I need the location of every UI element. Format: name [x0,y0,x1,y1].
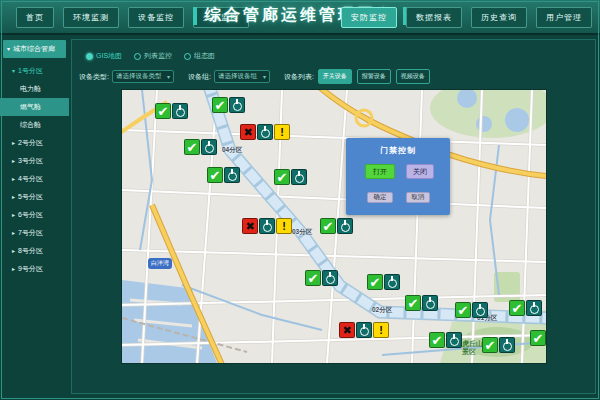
device-marker-alarm[interactable]: ✖! [242,218,292,234]
filter-row: 设备类型: 请选择设备类型 ▾ 设备组: 请选择设备组 ▾ 设备列表: 开关设备… [79,69,430,84]
confirm-button[interactable]: 确定 [367,192,393,203]
device-marker-ok[interactable]: ✔ [367,274,400,290]
device-list-label: 设备列表: [284,72,314,82]
device-marker-alarm[interactable]: ✖! [339,322,389,338]
sidebar-zone-2[interactable]: ▸2号分区 [0,134,69,152]
power-icon [446,332,462,348]
gis-map[interactable]: 门禁控制 打开 关闭 确定 取消 04分区03分区02分区01分区白洋湾虎丘山风… [121,89,547,364]
sidebar-zone-6-label: 6号分区 [18,211,43,218]
road-badge-label: 白洋湾 [148,258,172,269]
zone-label: 02分区 [372,306,392,315]
sidebar-zone-3[interactable]: ▸3号分区 [0,152,69,170]
status-ok-icon-glyph: ✔ [533,332,544,345]
device-marker-ok[interactable]: ✔ [405,295,438,311]
door-open-button[interactable]: 打开 [365,164,395,179]
sidebar-zone-4-label: 4号分区 [18,175,43,182]
sidebar-zone-8-label: 8号分区 [18,247,43,254]
warning-icon-glyph: ! [280,127,284,138]
nav-user-manage[interactable]: 用户管理 [536,7,592,28]
view-gis-map[interactable]: GIS地图 [86,51,122,61]
device-marker-alarm[interactable]: ✖! [240,124,290,140]
chevron-right-icon: ▸ [12,158,15,164]
status-ok-icon: ✔ [405,295,421,311]
chevron-right-icon: ▸ [12,248,15,254]
access-control-popup: 门禁控制 打开 关闭 确定 取消 [346,138,450,215]
nav-data-report[interactable]: 数据报表 [406,7,462,28]
sidebar-zone-7[interactable]: ▸7号分区 [0,224,69,242]
nav-device-monitor[interactable]: 设备监控 [128,7,184,28]
device-marker-ok[interactable]: ✔ [509,300,542,316]
chevron-right-icon: ▸ [12,140,15,146]
power-symbol [530,305,539,314]
device-marker-ok[interactable]: ✔ [530,330,547,346]
sidebar-cabin-multi[interactable]: 综合舱 [0,116,69,134]
status-ok-icon-glyph: ✔ [210,169,221,182]
nav-right: 安防监控数据报表历史查询用户管理 [341,7,592,28]
power-icon [229,97,245,113]
power-symbol [176,108,185,117]
power-symbol [295,174,304,183]
device-marker-ok[interactable]: ✔ [274,169,307,185]
nav-home[interactable]: 首页 [16,7,54,28]
sidebar-zone-6[interactable]: ▸6号分区 [0,206,69,224]
sidebar-cabin-gas[interactable]: 燃气舱 [0,98,69,116]
device-marker-ok[interactable]: ✔ [320,218,353,234]
device-btn-switch[interactable]: 开关设备 [318,69,352,84]
sidebar-root-node[interactable]: ▾城市综合管廊 [3,40,66,58]
device-marker-ok[interactable]: ✔ [455,302,488,318]
power-symbol [233,102,242,111]
nav-security-monitor[interactable]: 安防监控 [341,7,397,28]
view-gis-map-label: GIS地图 [96,51,122,61]
chevron-down-icon: ▾ [167,73,170,80]
view-list-monitor[interactable]: 列表监控 [134,51,172,61]
status-fault-icon-glyph: ✖ [245,221,254,232]
power-icon [257,124,273,140]
device-btn-alarm[interactable]: 报警设备 [357,69,391,84]
status-ok-icon-glyph: ✔ [308,272,319,285]
status-ok-icon: ✔ [509,300,525,316]
sidebar-cabin-gas-label: 燃气舱 [20,103,41,110]
sidebar-zone-4[interactable]: ▸4号分区 [0,170,69,188]
device-marker-ok[interactable]: ✔ [429,332,462,348]
view-mode-row: GIS地图列表监控组态图 [86,51,215,61]
sidebar-zone-9[interactable]: ▸9号分区 [0,260,69,278]
zone-label: 04分区 [222,146,242,155]
device-btn-video[interactable]: 视频设备 [396,69,430,84]
status-ok-icon: ✔ [212,97,228,113]
warning-icon: ! [276,218,292,234]
device-marker-ok[interactable]: ✔ [207,167,240,183]
device-group-select[interactable]: 请选择设备组 ▾ [214,70,270,83]
popup-title: 门禁控制 [346,145,450,156]
device-marker-ok[interactable]: ✔ [184,139,217,155]
device-marker-ok[interactable]: ✔ [155,103,188,119]
sidebar-cabin-power[interactable]: 电力舱 [0,80,69,98]
sidebar: ▾城市综合管廊 ▾1号分区电力舱燃气舱综合舱▸2号分区▸3号分区▸4号分区▸5号… [0,33,69,400]
cancel-button[interactable]: 取消 [406,192,430,203]
view-scada[interactable]: 组态图 [184,51,215,61]
app-window: 首页环境监测设备监控火灾监控 综合管廊运维管理平台 安防监控数据报表历史查询用户… [0,0,600,400]
device-marker-ok[interactable]: ✔ [305,270,338,286]
status-ok-icon-glyph: ✔ [187,141,198,154]
status-ok-icon-glyph: ✔ [432,334,443,347]
status-ok-icon-glyph: ✔ [370,276,381,289]
power-icon [224,167,240,183]
door-close-button[interactable]: 关闭 [406,164,434,179]
sidebar-zone-8[interactable]: ▸8号分区 [0,242,69,260]
status-ok-icon: ✔ [429,332,445,348]
sidebar-zone-3-label: 3号分区 [18,157,43,164]
device-type-select[interactable]: 请选择设备类型 ▾ [112,70,174,83]
power-icon [322,270,338,286]
device-group-value: 请选择设备组 [218,72,257,81]
nav-history-query[interactable]: 历史查询 [471,7,527,28]
sidebar-zone-1[interactable]: ▾1号分区 [0,62,69,80]
power-icon [172,103,188,119]
sidebar-zone-5[interactable]: ▸5号分区 [0,188,69,206]
status-fault-icon: ✖ [242,218,258,234]
device-marker-ok[interactable]: ✔ [482,337,515,353]
status-ok-icon: ✔ [184,139,200,155]
device-marker-ok[interactable]: ✔ [212,97,245,113]
nav-env-monitor[interactable]: 环境监测 [63,7,119,28]
power-icon [472,302,488,318]
radio-icon [184,53,191,60]
status-ok-icon-glyph: ✔ [408,297,419,310]
